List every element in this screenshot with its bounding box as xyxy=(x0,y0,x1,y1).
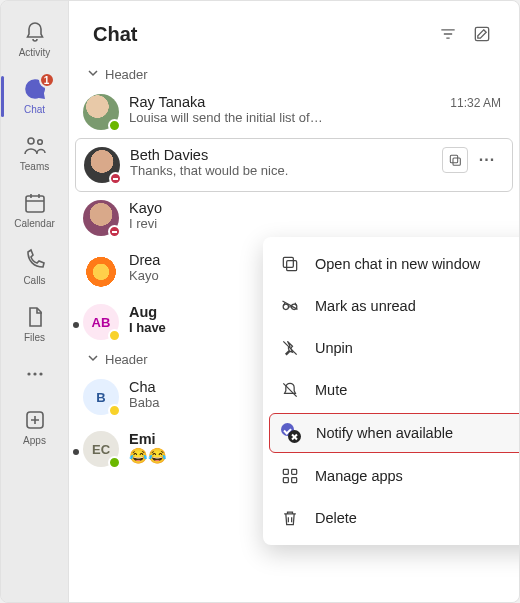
teams-icon xyxy=(22,133,48,159)
svg-point-1 xyxy=(37,140,42,145)
menu-mute[interactable]: Mute xyxy=(263,369,520,411)
app-rail: Activity 1 Chat Teams Calendar Calls Fil… xyxy=(1,1,69,602)
compose-icon xyxy=(472,24,492,44)
svg-point-3 xyxy=(27,372,30,375)
bell-icon xyxy=(22,19,48,45)
chat-name: Emi xyxy=(129,431,156,447)
rail-activity[interactable]: Activity xyxy=(7,13,63,66)
presence-available-icon xyxy=(108,456,121,469)
new-chat-button[interactable] xyxy=(467,19,497,49)
menu-unpin[interactable]: Unpin xyxy=(263,327,520,369)
svg-rect-16 xyxy=(283,478,288,483)
filter-icon xyxy=(438,24,458,44)
popout-icon xyxy=(279,253,301,275)
menu-label: Mute xyxy=(315,382,347,398)
svg-rect-8 xyxy=(450,155,457,162)
rail-label: Activity xyxy=(19,47,51,58)
menu-label: Unpin xyxy=(315,340,353,356)
svg-rect-10 xyxy=(283,257,293,267)
svg-point-5 xyxy=(39,372,42,375)
svg-point-0 xyxy=(28,138,34,144)
chat-preview: I revi xyxy=(129,216,501,231)
chat-row-selected[interactable]: Beth Davies Thanks, that would be nice. … xyxy=(75,138,513,192)
avatar-initials: EC xyxy=(92,442,110,457)
ellipsis-icon xyxy=(22,361,48,387)
rail-calls[interactable]: Calls xyxy=(7,241,63,294)
menu-delete[interactable]: Delete xyxy=(263,497,520,539)
trash-icon xyxy=(279,507,301,529)
chat-time: 11:32 AM xyxy=(450,96,501,110)
chat-name: Ray Tanaka xyxy=(129,94,205,110)
chat-row[interactable]: Ray Tanaka 11:32 AM Louisa will send the… xyxy=(69,86,519,138)
section-label: Header xyxy=(105,67,148,82)
avatar-initials: B xyxy=(96,390,105,405)
rail-label: Apps xyxy=(23,435,46,446)
svg-rect-9 xyxy=(453,158,460,165)
chat-context-menu: Open chat in new window Mark as unread U… xyxy=(263,237,520,545)
presence-away-icon xyxy=(108,404,121,417)
avatar: EC xyxy=(83,431,119,467)
notify-available-icon xyxy=(280,422,302,444)
chevron-down-icon xyxy=(87,352,101,367)
avatar-initials: AB xyxy=(92,315,111,330)
phone-icon xyxy=(22,247,48,273)
section-label: Header xyxy=(105,352,148,367)
svg-rect-11 xyxy=(287,261,297,271)
section-header[interactable]: Header xyxy=(69,63,519,86)
chat-pane: Chat Header Ray Tanaka 11:32 AM L xyxy=(69,1,519,602)
menu-manage-apps[interactable]: Manage apps xyxy=(263,455,520,497)
popout-button[interactable] xyxy=(442,147,468,173)
avatar xyxy=(83,200,119,236)
menu-open-new-window[interactable]: Open chat in new window xyxy=(263,243,520,285)
presence-busy-icon xyxy=(108,225,121,238)
avatar xyxy=(83,94,119,130)
menu-label: Open chat in new window xyxy=(315,256,480,272)
avatar xyxy=(83,252,119,288)
svg-rect-14 xyxy=(283,469,288,474)
more-button[interactable]: ··· xyxy=(474,147,500,173)
chat-badge: 1 xyxy=(39,72,55,88)
chat-header: Chat xyxy=(69,1,519,63)
svg-point-4 xyxy=(33,372,36,375)
chat-name: Cha xyxy=(129,379,156,395)
chat-name: Aug xyxy=(129,304,157,320)
menu-label: Mark as unread xyxy=(315,298,416,314)
rail-label: Calendar xyxy=(14,218,55,229)
chat-preview: Louisa will send the initial list of… xyxy=(129,110,501,125)
avatar xyxy=(84,147,120,183)
rail-files[interactable]: Files xyxy=(7,298,63,351)
glasses-icon xyxy=(279,295,301,317)
chat-preview: Thanks, that would be nice. xyxy=(130,163,434,178)
apps-grid-icon xyxy=(279,465,301,487)
filter-button[interactable] xyxy=(433,19,463,49)
ellipsis-icon: ··· xyxy=(479,151,495,169)
avatar: B xyxy=(83,379,119,415)
rail-more[interactable] xyxy=(7,355,63,397)
rail-label: Chat xyxy=(24,104,45,115)
calendar-icon xyxy=(22,190,48,216)
chat-name: Kayo xyxy=(129,200,162,216)
chat-name: Beth Davies xyxy=(130,147,208,163)
unread-indicator-icon xyxy=(73,449,79,455)
file-icon xyxy=(22,304,48,330)
svg-rect-17 xyxy=(292,478,297,483)
svg-rect-2 xyxy=(26,196,44,212)
presence-away-icon xyxy=(108,329,121,342)
rail-teams[interactable]: Teams xyxy=(7,127,63,180)
menu-notify-available[interactable]: Notify when available xyxy=(269,413,520,453)
presence-busy-icon xyxy=(109,172,122,185)
rail-apps[interactable]: Apps xyxy=(7,401,63,454)
menu-label: Notify when available xyxy=(316,425,453,441)
avatar: AB xyxy=(83,304,119,340)
rail-chat[interactable]: 1 Chat xyxy=(7,70,63,123)
menu-label: Manage apps xyxy=(315,468,403,484)
mute-icon xyxy=(279,379,301,401)
chevron-down-icon xyxy=(87,67,101,82)
rail-label: Files xyxy=(24,332,45,343)
menu-mark-unread[interactable]: Mark as unread xyxy=(263,285,520,327)
svg-rect-15 xyxy=(292,469,297,474)
rail-calendar[interactable]: Calendar xyxy=(7,184,63,237)
page-title: Chat xyxy=(93,23,429,46)
unpin-icon xyxy=(279,337,301,359)
chat-name: Drea xyxy=(129,252,160,268)
